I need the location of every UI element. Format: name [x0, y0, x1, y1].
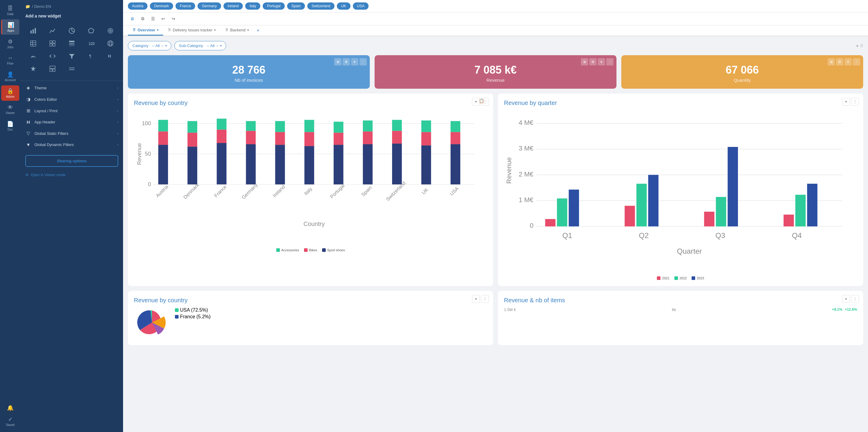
country-denmark[interactable]: Denmark: [150, 2, 173, 10]
overview-chevron[interactable]: ▾: [157, 28, 158, 32]
kpi-quantity-value: 67 066: [726, 64, 759, 76]
sharing-options-button[interactable]: Sharing options: [25, 155, 118, 167]
items-menu-btn[interactable]: ⋮: [851, 295, 859, 303]
items-chart-actions: ▾ ⋮: [842, 295, 859, 303]
nav-flow[interactable]: ↔ Flow: [1, 53, 19, 68]
nav-viewer[interactable]: 👁 Viewer: [1, 102, 19, 117]
kpi-revenue-settings-btn[interactable]: ⚙: [589, 58, 596, 65]
grid-options-icon[interactable]: ⠿: [860, 43, 863, 48]
sidebar-theme[interactable]: ◈ Theme ›: [21, 82, 123, 94]
nav-account[interactable]: 👤 Account: [1, 69, 19, 84]
country-ireland[interactable]: Ireland: [223, 2, 243, 10]
quarter-chart-collapse[interactable]: ▾: [842, 98, 850, 105]
code-widget[interactable]: [43, 51, 62, 62]
collapse-icon[interactable]: ▾: [856, 43, 858, 48]
event-widget[interactable]: [24, 63, 42, 74]
kpi-settings-btn[interactable]: ⚙: [343, 58, 350, 65]
spider-chart-widget[interactable]: [101, 25, 119, 36]
nav-notifications[interactable]: 🔔: [1, 402, 19, 413]
monitor-icon[interactable]: 🖥: [128, 14, 137, 23]
sidebar-global-dynamic-filters[interactable]: ▼ Global Dynamic Filters ›: [21, 139, 123, 150]
country-portugal[interactable]: Portugal: [263, 2, 285, 10]
kpi-quantity-table-btn[interactable]: ⊞: [828, 58, 835, 65]
filter-widget[interactable]: [63, 51, 81, 62]
country-switzerland[interactable]: Switzerland: [307, 2, 335, 10]
pie-chart-widget[interactable]: [63, 25, 81, 36]
category-filter[interactable]: Category -- All -- ▾: [128, 41, 171, 51]
kpi-quantity-chevron-btn[interactable]: ▾: [844, 58, 852, 65]
nav-jobs[interactable]: ⚙ Jobs: [1, 36, 19, 51]
sidebar-layout-print[interactable]: ⊞ Layout / Print ›: [21, 105, 123, 117]
undo-icon[interactable]: ↩: [159, 14, 168, 23]
country-spain[interactable]: Spain: [287, 2, 305, 10]
nav-admin[interactable]: 🔒 Admin: [1, 85, 19, 101]
kpi-revenue-table-btn[interactable]: ⊞: [581, 58, 588, 65]
radar-chart-widget[interactable]: [82, 25, 100, 36]
table-widget[interactable]: [24, 38, 42, 49]
nav-apps[interactable]: 📊 Apps: [1, 19, 19, 35]
tab-overview[interactable]: ⠿ Overview ▾: [128, 25, 163, 36]
download-icon[interactable]: 📋: [479, 98, 484, 103]
sliders-icon[interactable]: ☰: [148, 14, 157, 23]
svg-rect-62: [275, 121, 285, 132]
kpi-chevron-btn[interactable]: ▾: [351, 58, 358, 65]
svg-rect-53: [217, 130, 226, 143]
country-italy[interactable]: Italy: [245, 2, 260, 10]
tab-delivery-issues[interactable]: ⠿ Delivery Issues tracker ▾: [163, 25, 220, 36]
colors-editor-icon: ◑: [25, 96, 31, 102]
svg-rect-68: [334, 145, 343, 184]
nav-saved[interactable]: ✓ Saved: [1, 413, 19, 429]
subcategory-filter[interactable]: Sub-Category -- All -- ▾: [174, 41, 226, 51]
text-widget[interactable]: ¶: [82, 51, 100, 62]
country-usa[interactable]: USA: [353, 2, 369, 10]
legend-accessories: Accessories: [276, 248, 299, 252]
open-viewer-link[interactable]: 👁 Open in Viewer mode: [21, 172, 123, 182]
kpi-quantity-settings-btn[interactable]: ⚙: [836, 58, 843, 65]
add-tab-button[interactable]: +: [254, 25, 262, 36]
sidebar-app-header[interactable]: H App Header ›: [21, 117, 123, 128]
map-widget[interactable]: [101, 38, 119, 49]
separator-widget[interactable]: [63, 63, 81, 74]
delivery-chevron[interactable]: ▾: [214, 28, 216, 32]
number-widget[interactable]: 123: [82, 38, 100, 49]
svg-rect-76: [392, 144, 402, 184]
country-germany[interactable]: Germany: [197, 2, 221, 10]
layout-widget[interactable]: [43, 63, 62, 74]
pie-menu-btn[interactable]: ⋮: [481, 295, 489, 303]
redo-icon[interactable]: ↪: [169, 14, 178, 23]
quarter-chart-menu[interactable]: ⋮: [851, 98, 859, 105]
bar-chart-widget[interactable]: [24, 25, 42, 36]
header-widget[interactable]: H: [101, 51, 119, 62]
doc-icon: 📄: [7, 121, 13, 127]
kpi-revenue-chevron-btn[interactable]: ▾: [598, 58, 605, 65]
items-collapse-btn[interactable]: ▾: [842, 295, 850, 303]
svg-text:1 M€: 1 M€: [519, 196, 533, 204]
svg-text:Austria: Austria: [155, 184, 169, 198]
kpi-revenue-menu-btn[interactable]: ⋮: [606, 58, 614, 65]
kpi-table-btn[interactable]: ⊞: [334, 58, 341, 65]
line-chart-widget[interactable]: [43, 25, 62, 36]
svg-rect-110: [728, 147, 738, 226]
kpi-menu-btn[interactable]: ⋮: [360, 58, 367, 65]
pie-chart: [134, 307, 170, 338]
sidebar-colors-editor[interactable]: ◑ Colors Editor ›: [21, 94, 123, 105]
revenue-by-country-panel: ▾ ⋮ Revenue by country 📋 100 50 0: [128, 94, 493, 286]
settings-icon[interactable]: ⚙: [138, 14, 147, 23]
tab-backend[interactable]: ⠿ Backend ▾: [220, 25, 254, 36]
country-france[interactable]: France: [176, 2, 195, 10]
gauge-widget[interactable]: [24, 51, 42, 62]
app-header-arrow: ›: [117, 120, 118, 124]
pivot-widget[interactable]: [43, 38, 62, 49]
nav-data[interactable]: 🗄 Data: [1, 3, 19, 18]
pie-collapse-btn[interactable]: ▾: [472, 295, 480, 303]
country-austria[interactable]: Austria: [128, 2, 148, 10]
nav-doc[interactable]: 📄 Doc: [1, 118, 19, 134]
kpi-nb-invoices: ⊞ ⚙ ▾ ⋮ 28 766 Nb of invoices: [128, 55, 370, 89]
pie-legend: USA (72.5%) France (5.2%): [175, 307, 211, 319]
country-uk[interactable]: UK: [337, 2, 350, 10]
kpi-quantity-menu-btn[interactable]: ⋮: [853, 58, 860, 65]
sidebar-global-static-filters[interactable]: ▽ Global Static Filters ›: [21, 128, 123, 139]
grid-widget[interactable]: [63, 38, 81, 49]
svg-rect-46: [158, 120, 168, 131]
backend-chevron[interactable]: ▾: [247, 28, 249, 32]
